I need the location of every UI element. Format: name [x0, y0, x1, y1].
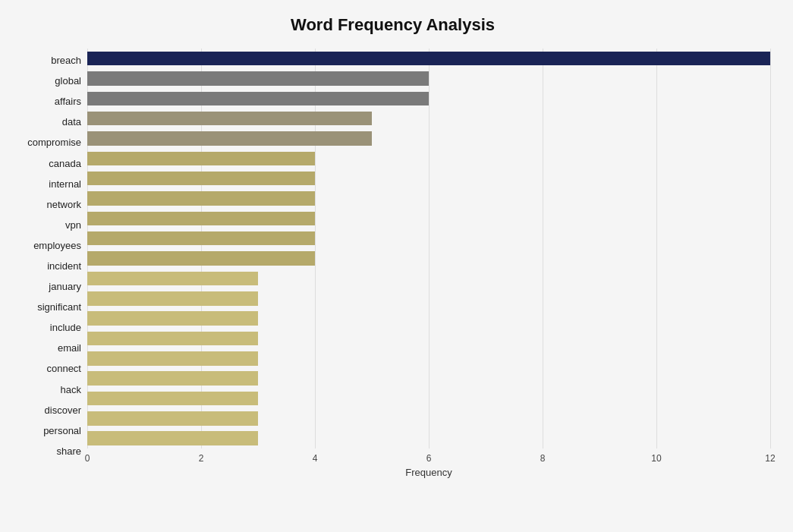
bar-row — [87, 168, 770, 188]
y-label: breach — [51, 55, 81, 65]
bar — [87, 411, 258, 425]
bar-row — [87, 188, 770, 208]
bar — [87, 92, 429, 105]
bars-area: 024681012 Frequency — [87, 49, 770, 478]
y-label: include — [50, 323, 81, 332]
bar-row — [87, 348, 770, 368]
bar — [87, 251, 315, 265]
grid-and-bars: 024681012 — [87, 49, 770, 465]
bar — [87, 332, 258, 345]
bar — [87, 191, 315, 205]
bar-row — [87, 429, 770, 449]
bar — [87, 71, 429, 85]
bar-row — [87, 389, 770, 408]
y-axis: breachglobalaffairsdatacompromisecanadai… — [15, 49, 87, 478]
bar-row — [87, 49, 770, 68]
y-label: incident — [47, 261, 81, 271]
bar — [87, 351, 258, 365]
bar — [87, 291, 258, 305]
x-tick-label: 8 — [540, 453, 546, 464]
bar — [87, 371, 258, 385]
bar — [87, 131, 372, 145]
y-label: hack — [61, 385, 81, 395]
bar-row — [87, 288, 770, 308]
x-tick-label: 0 — [85, 453, 90, 464]
bar — [87, 172, 315, 185]
y-label: canada — [49, 159, 81, 168]
y-label: internal — [49, 179, 81, 189]
bar-row — [87, 109, 770, 128]
bar-row — [87, 308, 770, 328]
bar — [87, 392, 258, 405]
x-tick-label: 2 — [199, 453, 204, 464]
bar — [87, 112, 372, 125]
y-label: network — [46, 200, 81, 209]
y-label: share — [56, 446, 81, 456]
bar-row — [87, 89, 770, 109]
bar — [87, 212, 315, 225]
x-tick-label: 12 — [765, 453, 775, 464]
bar — [87, 231, 315, 245]
bar-row — [87, 369, 770, 389]
bar — [87, 431, 258, 445]
bar-row — [87, 209, 770, 228]
bar-row — [87, 408, 770, 428]
bar-row — [87, 228, 770, 248]
y-label: personal — [43, 426, 81, 436]
y-label: vpn — [65, 220, 81, 230]
x-tick-label: 6 — [426, 453, 432, 464]
y-label: email — [58, 343, 81, 353]
x-tick-label: 10 — [651, 453, 661, 464]
grid-line — [770, 49, 771, 449]
y-label: discover — [45, 405, 81, 415]
bar-row — [87, 128, 770, 148]
bar-row — [87, 248, 770, 268]
y-label: compromise — [27, 137, 81, 147]
bar — [87, 52, 770, 65]
x-axis-labels: 024681012 — [87, 449, 770, 465]
y-label: january — [49, 282, 81, 291]
y-label: significant — [37, 302, 81, 312]
chart-container: Word Frequency Analysis breachglobalaffa… — [0, 0, 793, 532]
bar — [87, 152, 315, 165]
chart-title: Word Frequency Analysis — [15, 15, 770, 35]
y-label: employees — [33, 241, 81, 250]
bars-rows — [87, 49, 770, 449]
y-label: data — [62, 117, 81, 127]
y-label: affairs — [55, 96, 81, 106]
bar-row — [87, 149, 770, 168]
bar — [87, 311, 258, 325]
bar — [87, 272, 258, 285]
bar-row — [87, 269, 770, 288]
bar-row — [87, 68, 770, 88]
bar-row — [87, 329, 770, 348]
x-tick-label: 4 — [313, 453, 318, 464]
chart-area: breachglobalaffairsdatacompromisecanadai… — [15, 49, 770, 478]
y-label: connect — [46, 364, 81, 373]
x-axis-title: Frequency — [87, 467, 770, 478]
y-label: global — [55, 76, 81, 86]
